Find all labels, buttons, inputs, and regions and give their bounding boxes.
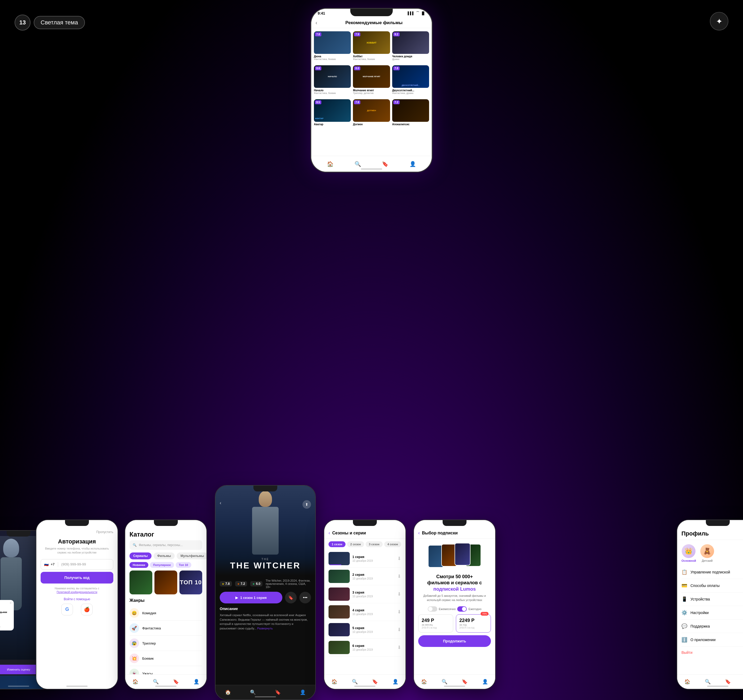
back-button[interactable]: ‹	[329, 530, 330, 536]
more-button[interactable]: •••	[299, 592, 311, 604]
filter-top10[interactable]: Топ 10	[176, 562, 191, 568]
nav-search[interactable]: 🔍	[441, 679, 447, 685]
episode-2[interactable]: 2 серия 10 декабря 2019 ⬇	[329, 568, 401, 585]
child-profile[interactable]: 🧸 Детский	[700, 544, 714, 562]
download-icon[interactable]: ⬇	[397, 591, 401, 597]
back-button[interactable]: ‹	[315, 20, 317, 26]
nav-home[interactable]: 🏠	[421, 679, 427, 685]
genre-scifi[interactable]: 🚀 Фантастика	[129, 621, 202, 636]
nav-profile[interactable]: 👤	[410, 161, 416, 167]
bookmark-button[interactable]: 🔖	[285, 592, 297, 604]
tab-series[interactable]: Сериалы	[129, 552, 151, 559]
movie-card-rain[interactable]: 8.2 Человек дождя Драма	[392, 31, 429, 63]
monthly-toggle[interactable]	[428, 606, 437, 612]
movie-card-hobbit[interactable]: ХОББИТ 7.9 Хоббит Фантастика, боевик	[353, 31, 390, 63]
filter-new[interactable]: Новинки	[129, 562, 148, 568]
episode-1[interactable]: 1 серия 10 декабря 2019 ⬇	[329, 550, 401, 568]
promo-popular[interactable]	[154, 571, 177, 594]
search-bar[interactable]: 🔍 Фильмы, сериалы, персоны...	[129, 540, 202, 550]
episode-name: 6 серия	[352, 644, 395, 648]
nav-search[interactable]: 🔍	[250, 690, 256, 695]
download-icon[interactable]: ⬇	[397, 573, 401, 579]
nav-search[interactable]: 🔍	[705, 679, 710, 685]
episode-5[interactable]: 5 серия 10 декабря 2019 ⬇	[329, 621, 401, 639]
genre-action[interactable]: 💥 Боевик	[129, 651, 202, 666]
episode-6[interactable]: 6 серия 10 декабря 2019 ⬇	[329, 639, 401, 657]
main-profile[interactable]: 👑 Основной	[681, 544, 696, 562]
download-icon[interactable]: ⬇	[397, 609, 401, 615]
movie-card-inception[interactable]: НАЧАЛО 8.6 Начало Фантастика, боевик	[314, 65, 351, 97]
episode-3[interactable]: 3 серия 10 декабря 2019 ⬇	[329, 585, 401, 603]
nav-profile[interactable]: 👤	[482, 679, 488, 685]
movie-card-silence[interactable]: МОЛЧАНИЕ ЯГНЯТ 8.0 Молчание ягнят Трилле…	[353, 65, 390, 97]
nav-profile[interactable]: 👤	[300, 690, 306, 695]
nav-search[interactable]: 🔍	[352, 679, 358, 685]
theme-toggle[interactable]: ✦	[710, 12, 728, 31]
episode-date: 10 декабря 2019	[352, 613, 395, 616]
nav-profile[interactable]: 👤	[392, 679, 398, 685]
phone4-screen: ‹ ⬆ THE THE WITCHER ★ 7.8 ★	[216, 485, 315, 700]
menu-about[interactable]: ℹ️ О приложении ›	[681, 633, 743, 647]
season-2-tab[interactable]: 2 сезон	[347, 541, 364, 547]
nav-bookmarks[interactable]: 🔖	[382, 161, 388, 167]
expand-desc-button[interactable]: Развернуть	[257, 627, 272, 630]
back-button[interactable]: ‹	[220, 500, 221, 506]
genre-comedy[interactable]: 😄 Комедия	[129, 605, 202, 621]
poster-row	[414, 539, 495, 574]
google-login-button[interactable]: G	[61, 604, 73, 616]
continue-button[interactable]: Продолжить	[418, 635, 491, 647]
movie-card-2100[interactable]: ДВУХСОТЛЕТНИЙ... 7.8 Двухсотлетний... Фа…	[392, 65, 429, 97]
nav-bookmarks[interactable]: 🔖	[275, 690, 281, 695]
nav-home[interactable]: 🏠	[684, 679, 690, 685]
promo-top10[interactable]: Топ 10	[179, 571, 202, 594]
yearly-option[interactable]: Ежегодно	[457, 606, 481, 612]
apple-login-button[interactable]: 🍎	[81, 604, 93, 616]
episode-4[interactable]: 4 серия 10 декабря 2019 ⬇	[329, 603, 401, 621]
tab-movies[interactable]: Фильмы	[154, 552, 175, 559]
plan-monthly[interactable]: 249 Р за месяц 349 Р / в год	[418, 614, 453, 633]
movie-card-dune[interactable]: 7.8 Дюна Фантастика, боевик	[314, 31, 351, 63]
season-3-tab[interactable]: 3 сезон	[366, 541, 383, 547]
nav-home[interactable]: 🏠	[132, 679, 138, 685]
nav-home[interactable]: 🏠	[332, 679, 337, 685]
download-icon[interactable]: ⬇	[397, 645, 401, 650]
plan-yearly[interactable]: 70% 2249 Р за год 349 Р / в год	[456, 614, 491, 633]
menu-support[interactable]: 💬 Поддержка ›	[681, 620, 743, 633]
nav-bookmarks[interactable]: 🔖	[725, 679, 731, 685]
movie-card-avatar[interactable]: АВАТАР 8.5 Аватар	[314, 99, 351, 131]
nav-home[interactable]: 🏠	[225, 690, 231, 695]
menu-payment[interactable]: 💳 Способы оплаты ›	[681, 579, 743, 592]
nav-bookmarks[interactable]: 🔖	[462, 679, 468, 685]
phone-field[interactable]: (909) 999-99-99	[61, 562, 110, 566]
movie-card-apoc[interactable]: 7.2 Апокалипсис	[392, 99, 429, 131]
menu-subscription[interactable]: 📋 Управление подпиской ›	[681, 565, 743, 579]
download-icon[interactable]: ⬇	[397, 556, 401, 561]
close-icon[interactable]: ✕	[10, 602, 12, 604]
home-indicator	[67, 686, 87, 687]
witcher-name: THE WITCHER	[216, 561, 315, 571]
nav-home[interactable]: 🏠	[327, 161, 333, 167]
menu-devices[interactable]: 📱 Устройства ›	[681, 592, 743, 606]
filter-popular[interactable]: Популярное	[150, 562, 174, 568]
yearly-toggle[interactable]	[457, 606, 467, 612]
menu-settings[interactable]: ⚙️ Настройки ›	[681, 606, 743, 620]
promo-new[interactable]	[129, 571, 152, 594]
tab-cartoons[interactable]: Мультфильмы	[177, 552, 206, 559]
get-code-button[interactable]: Получить код	[41, 572, 113, 583]
genre-thriller[interactable]: 😰 Триллер	[129, 636, 202, 651]
share-button[interactable]: ⬆	[302, 500, 311, 509]
logout-button[interactable]: Выйти	[677, 647, 743, 659]
play-button[interactable]: ▶ 1 сезон 1 серия	[220, 592, 282, 604]
nav-bookmarks[interactable]: 🔖	[372, 679, 378, 685]
privacy-link[interactable]: Политикой конфиденциальности	[56, 590, 97, 593]
download-icon[interactable]: ⬇	[397, 627, 401, 633]
season-1-tab[interactable]: 1 сезон	[329, 541, 345, 547]
season-4-tab[interactable]: 4 сезон	[384, 541, 401, 547]
nav-profile[interactable]: 👤	[194, 679, 199, 685]
nav-bookmarks[interactable]: 🔖	[173, 679, 179, 685]
nav-catalog[interactable]: 🔍	[153, 679, 159, 685]
back-button[interactable]: ‹	[418, 530, 420, 536]
nav-search[interactable]: 🔍	[355, 161, 361, 167]
movie-card-dogmen[interactable]: ДОГМЕН 7.8 Догмен	[353, 99, 390, 131]
monthly-option[interactable]: Ежемесячно	[428, 606, 456, 612]
